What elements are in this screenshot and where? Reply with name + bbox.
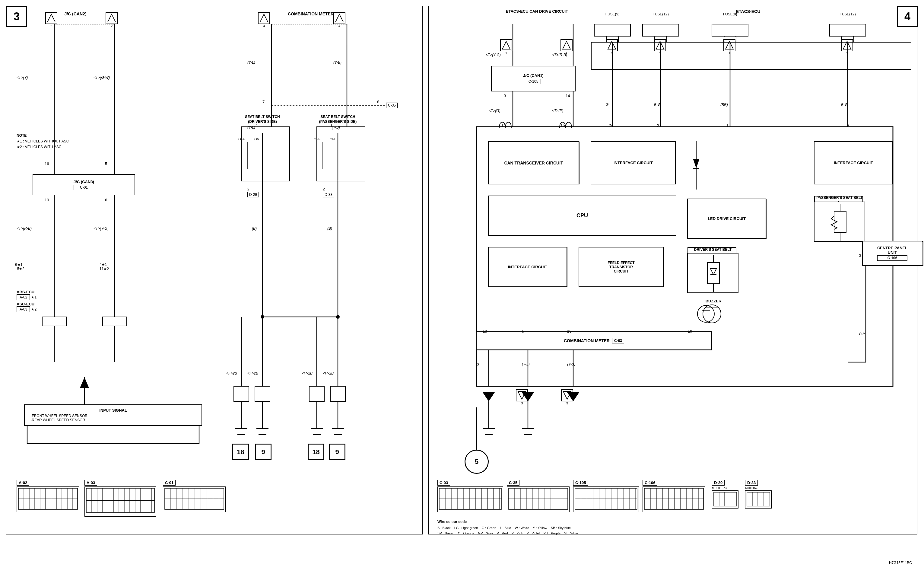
jc-can2-label: J/C (CAN2) [30,11,121,16]
pin-5-etacs: 5 [522,329,524,333]
wire-t-rb-right: <T>(R-B) [552,53,567,57]
wire-b-left: (B) [252,226,257,230]
svg-marker-20 [80,377,89,388]
svg-marker-125 [502,41,510,49]
buzzer-label: BUZZER [694,299,733,303]
svg-rect-47 [309,386,324,401]
cpu-box: CPU [488,196,676,236]
wire-yl-mid: (Y-L) [247,125,255,129]
svg-rect-27 [241,127,290,181]
svg-marker-141 [518,391,526,399]
svg-rect-75 [591,42,911,69]
pin-7-middle: 7 [263,99,264,104]
wire-t-yg-right: <T>(Y-G) [486,53,501,57]
svg-rect-155 [86,488,154,500]
svg-rect-192 [508,488,568,499]
svg-rect-169 [165,488,224,499]
interface-circuit-2: INTERFACE CIRCUIT [488,247,567,287]
jc-can3-box: J/C (CAN3) C-01 [33,174,135,195]
etacs-can-connector-1: 1 [500,39,512,55]
d33-connector-diagram: D-33 MJ001673 [745,480,772,508]
svg-rect-224 [714,492,737,506]
wire-yb-right: (Y-B) [333,60,342,65]
pin-19-etacs: 19 [688,329,692,333]
svg-marker-106 [483,392,495,401]
pin-14-right: 14 [566,93,570,98]
svg-rect-143 [18,488,77,499]
svg-point-136 [697,305,714,322]
diagram-container: 3 4 2 2 J/C (CAN2) <T>(Y) <T>(G-W) 16 5 … [0,0,924,574]
fuse12-connector-1: 1 [654,39,666,55]
a03-connector-diagram: A-03 [85,480,156,517]
wire-color-legend: Wire colour code B : Black LG : Light gr… [438,519,578,536]
connector-9-right: 9 [329,444,345,460]
fuse-8-label: FUSE(8) [710,12,750,16]
svg-rect-67 [594,24,630,36]
fet-circuit-box: FEELD EFFECTTRANSISTORCIRCUIT [579,247,664,287]
inductor-1 [498,118,513,130]
buzzer-symbol [694,305,718,326]
wire-b-out: B [477,362,479,366]
pin-1-etacs: 1 [726,123,729,128]
etacs-can-label: ETACS-ECU CAN DRIVE CIRCUIT [489,9,585,14]
note-box: NOTE ★1 : VEHICLES WITHOUT ASC ★2 : VEHI… [17,133,69,150]
wire-t-g: <T>(G) [489,109,501,113]
wire-bw-1: B-W [654,102,661,107]
drivers-seat-belt-label: DRIVER'S SEAT BELT [687,248,738,252]
on-label-right: ON [330,137,335,141]
input-signal-box: INPUT SIGNAL ·FRONT WHEEL SPEED SENSOR·R… [24,404,202,426]
passengers-belt-label: PASSENGER'S SEAT BELT [814,196,865,200]
fuse8-connector: 1 [723,39,735,55]
svg-rect-214 [644,499,704,509]
pin-2-right: 2 [657,123,659,128]
interface-circuit-1: INTERFACE CIRCUIT [591,141,676,184]
connector-9-left: 9 [255,444,271,460]
svg-marker-128 [656,41,664,49]
svg-marker-126 [563,41,570,49]
pin-5: 5 [105,161,107,166]
svg-rect-28 [317,127,365,181]
wire-yl-left: (Y-L) [247,60,255,65]
wire-t-p: <T>(P) [552,109,563,113]
d33-label: 2 D-33 [323,187,334,197]
pin-19: 19 [45,198,49,202]
seat-belt-passenger-label: SEAT BELT SWITCH(PASSENGER'S SIDE) [308,115,368,124]
wire-br: (BR) [720,102,728,107]
passengers-belt-box [814,202,865,242]
pin-1-right: 1 [330,124,332,128]
pin-6: 6 [105,198,107,202]
fuse9-connector: 1 [606,39,618,55]
diode-symbol-area [684,141,708,190]
doc-id: H7G15E11BC [889,561,912,565]
c03-connector-diagram: C-03 [438,480,503,512]
svg-rect-69 [712,24,748,36]
pin-16-etacs: 16 [567,329,571,333]
wire-yl-out: (Y-L) [522,362,530,366]
c105-connector-diagram: C-105 [573,480,639,512]
seat-belt-driver-label: SEAT BELT SWITCH(DRIVER'S SIDE) [232,115,293,124]
c106-connector-diagram: C-106 [642,480,705,512]
led-drive-box: LED DRIVE CIRCUIT [687,199,766,239]
d29-connector-diagram: D-29 MU001673 [712,480,738,508]
corner-3: 3 [6,6,27,27]
connector-18-right: 18 [308,444,324,460]
fuse-9-label: FUSE(9) [593,12,632,16]
svg-marker-127 [608,41,616,49]
fuse-12-label-1: FUSE(12) [641,12,680,16]
wire-g: G [606,102,608,107]
wire-b-right: (B) [327,226,332,230]
can-transceiver-box: CAN TRANSCEIVER CIRCUIT [488,141,579,184]
svg-rect-45 [234,386,249,401]
pin-24-right: 24 [609,123,613,128]
c35-box-middle: C-35 [386,102,398,108]
asc-ecu-label: ASC-ECU [17,302,35,306]
svg-rect-15 [102,317,127,326]
wire-t-y: <T>(Y) [17,76,28,80]
a02-connector-diagram: A-02 [17,480,79,512]
off-label-right: OFF [314,137,320,141]
pin-13: 13 [483,329,487,333]
wire-yb-out: (Y-B) [567,362,575,366]
svg-rect-180 [439,488,501,499]
svg-rect-213 [644,488,704,499]
pin-3-right: 3 [504,93,506,98]
